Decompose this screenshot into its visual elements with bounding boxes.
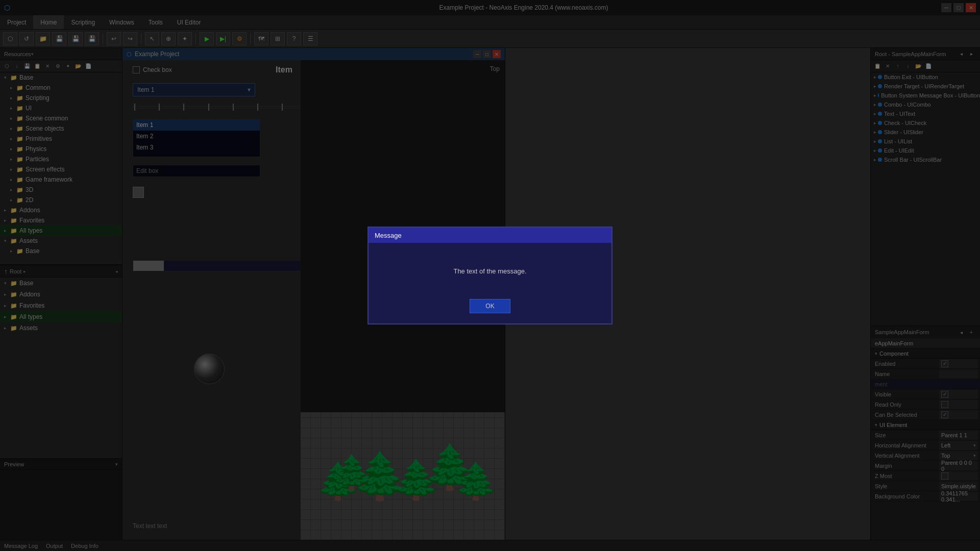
modal-ok-button[interactable]: OK xyxy=(470,299,510,313)
modal-message: The text of the message. xyxy=(453,267,526,275)
modal-footer: OK xyxy=(369,294,611,323)
modal-title: Message xyxy=(375,232,402,239)
modal-body: The text of the message. xyxy=(369,243,611,294)
modal-overlay: Message The text of the message. OK xyxy=(0,0,980,551)
modal-dialog: Message The text of the message. OK xyxy=(368,227,612,324)
modal-titlebar: Message xyxy=(369,228,611,243)
